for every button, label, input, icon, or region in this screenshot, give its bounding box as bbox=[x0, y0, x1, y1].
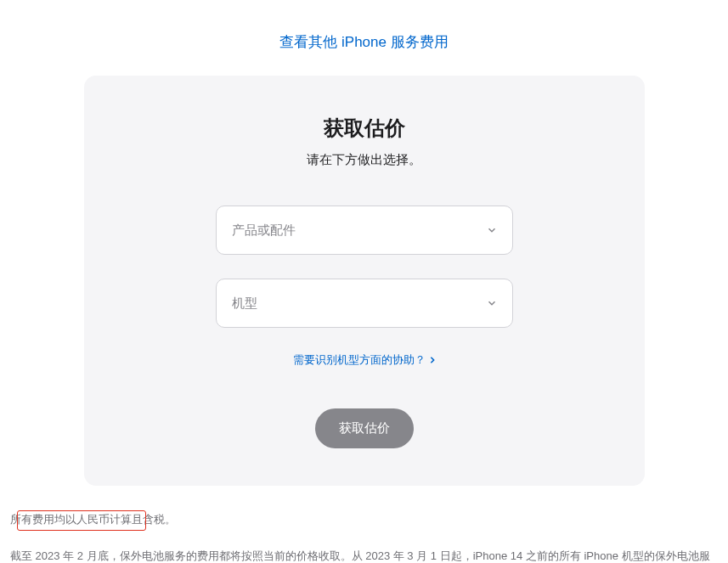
top-link-row: 查看其他 iPhone 服务费用 bbox=[0, 0, 728, 76]
help-link-label: 需要识别机型方面的协助？ bbox=[293, 352, 426, 368]
model-select[interactable]: 机型 bbox=[216, 279, 513, 328]
footer-text: 所有费用均以人民币计算且含税。 截至 2023 年 2 月底，保外电池服务的费用… bbox=[0, 486, 728, 563]
footer-line-1: 所有费用均以人民币计算且含税。 bbox=[10, 510, 718, 531]
chevron-right-icon bbox=[429, 354, 436, 367]
card-subtitle: 请在下方做出选择。 bbox=[118, 152, 611, 168]
card-title: 获取估价 bbox=[118, 115, 611, 142]
model-select-wrapper: 机型 bbox=[216, 279, 513, 328]
estimate-card: 获取估价 请在下方做出选择。 产品或配件 机型 需要识别机型方面的协助？ 获取估… bbox=[84, 76, 645, 486]
identify-model-link[interactable]: 需要识别机型方面的协助？ bbox=[293, 352, 436, 368]
product-select-wrapper: 产品或配件 bbox=[216, 205, 513, 255]
get-estimate-button[interactable]: 获取估价 bbox=[315, 408, 414, 448]
footer-line-2: 截至 2023 年 2 月底，保外电池服务的费用都将按照当前的价格收取。从 20… bbox=[10, 546, 718, 563]
product-select[interactable]: 产品或配件 bbox=[216, 205, 513, 255]
see-other-fees-link[interactable]: 查看其他 iPhone 服务费用 bbox=[279, 34, 448, 50]
